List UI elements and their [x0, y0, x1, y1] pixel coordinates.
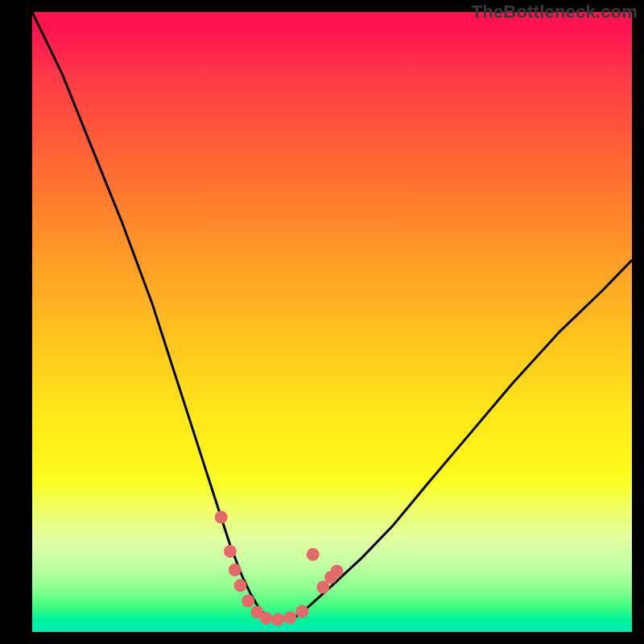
chart-svg	[32, 12, 632, 632]
outer-frame: TheBottleneck.com	[0, 0, 644, 644]
chart-marker	[260, 612, 273, 625]
chart-marker	[229, 564, 242, 576]
chart-marker	[331, 565, 344, 578]
chart-marker	[234, 579, 247, 592]
chart-marker	[215, 511, 228, 524]
chart-marker	[307, 548, 320, 561]
chart-markers	[215, 511, 344, 626]
chart-plot-area	[32, 12, 632, 632]
chart-marker	[271, 613, 284, 626]
chart-marker	[295, 605, 308, 618]
watermark-text: TheBottleneck.com	[472, 2, 638, 23]
chart-marker	[283, 611, 296, 624]
chart-marker	[224, 545, 237, 558]
chart-marker	[242, 595, 254, 608]
chart-curve	[32, 12, 632, 620]
